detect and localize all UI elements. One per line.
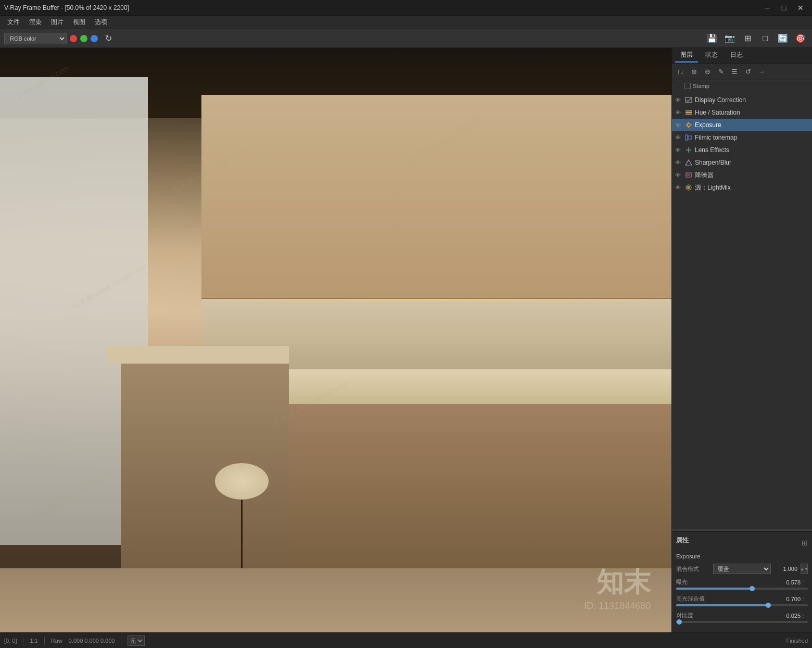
stamp-label: Stamp: [693, 83, 709, 89]
layer-denoise[interactable]: 👁 降噪器: [672, 169, 812, 181]
maximize-button[interactable]: □: [777, 3, 791, 13]
close-button[interactable]: ✕: [793, 3, 808, 13]
render-region-button[interactable]: 🔄: [776, 32, 790, 45]
redo-btn[interactable]: →: [755, 66, 768, 78]
layer-label-lightmix: 源：LightMix: [695, 183, 809, 192]
contrast-thumb[interactable]: [677, 619, 682, 625]
layer-eye-lightmix[interactable]: 👁: [675, 184, 682, 191]
clear-button[interactable]: □: [758, 32, 772, 45]
layer-eye-sharpen[interactable]: 👁: [675, 159, 682, 166]
menu-options[interactable]: 选项: [91, 16, 111, 28]
layer-lightmix[interactable]: 👁 源：LightMix: [672, 181, 812, 194]
layer-eye-exposure[interactable]: 👁: [675, 122, 682, 128]
status-divider-1: [23, 637, 23, 645]
contrast-value: 0.025: [777, 613, 801, 619]
properties-panel: 属性 ⊞ Exposure 混合模式 覆盖 1.000 ▲▼ 曝光 0.578: [672, 531, 812, 632]
red-channel-dot[interactable]: [70, 35, 77, 42]
layer-label-sharpen: Sharpen/Blur: [695, 159, 809, 166]
layer-eye-filmic[interactable]: 👁: [675, 134, 682, 141]
status-finished: Finished: [786, 638, 808, 644]
highlight-blend-value: 0.700: [777, 596, 801, 602]
properties-expand-btn[interactable]: ⊞: [802, 539, 808, 547]
exposure-spinner[interactable]: ⋮: [801, 579, 808, 585]
layer-sharpen-blur[interactable]: 👁 Sharpen/Blur: [672, 156, 812, 169]
layer-exposure[interactable]: 👁 Exposure: [672, 119, 812, 131]
blend-mode-value: 1.000: [774, 566, 797, 572]
save-corrected-button[interactable]: 📷: [722, 32, 737, 45]
status-zoom: 1:1: [30, 638, 37, 644]
layer-label-display-correction: Display Correction: [695, 96, 809, 104]
menu-render[interactable]: 渲染: [25, 16, 46, 28]
exposure-thumb[interactable]: [750, 586, 755, 591]
stool-legs: [241, 500, 243, 568]
status-divider-2: [44, 637, 45, 645]
kitchen-island-top: [107, 346, 288, 364]
layer-icon-exposure: [684, 121, 693, 129]
right-panel: 图层 状态 日志 ↑↓ ⊕ ⊖ ✎ ☰ ↺ → Stamp 👁: [671, 48, 812, 632]
tab-layers[interactable]: 图层: [675, 48, 698, 63]
render-button[interactable]: 🎯: [793, 32, 808, 45]
brand-watermark: 知末 ID: 1131844680: [584, 564, 651, 612]
remove-layer-btn[interactable]: ⊖: [701, 66, 714, 78]
save-button[interactable]: 💾: [705, 32, 719, 45]
green-channel-dot[interactable]: [80, 35, 87, 42]
exposure-track[interactable]: [676, 588, 808, 590]
contrast-track[interactable]: [676, 621, 808, 623]
kitchen-stool: [215, 463, 269, 568]
layer-label-filmic: Filmic tonemap: [695, 134, 809, 141]
layer-eye-display-correction[interactable]: 👁: [675, 97, 682, 103]
stamp-checkbox[interactable]: [684, 83, 691, 89]
status-divider-3: [121, 637, 121, 645]
layer-lens-effects[interactable]: 👁 Lens Effects: [672, 144, 812, 156]
svg-rect-9: [686, 135, 688, 140]
properties-section-name: Exposure: [676, 553, 808, 559]
highlight-blend-track[interactable]: [676, 604, 808, 606]
tab-log[interactable]: 日志: [725, 48, 748, 63]
edit-layer-btn[interactable]: ✎: [715, 66, 727, 78]
layer-filmic-tonemap[interactable]: 👁 Filmic tonemap: [672, 131, 812, 144]
layer-icon-lightmix: [684, 184, 693, 191]
add-layer-btn[interactable]: ⊕: [688, 66, 700, 78]
layer-icon-denoise: [684, 171, 693, 179]
layer-hue-saturation[interactable]: 👁 Hue / Saturation: [672, 106, 812, 119]
layers-list: 👁 Display Correction 👁 Hue / Saturation …: [672, 92, 812, 529]
properties-title: 属性: [676, 536, 689, 545]
menu-image[interactable]: 图片: [47, 16, 68, 28]
layer-eye-lens[interactable]: 👁: [675, 147, 682, 153]
blend-mode-select[interactable]: 覆盖: [713, 564, 771, 574]
move-layer-btn[interactable]: ↑↓: [674, 66, 687, 78]
minimize-button[interactable]: ─: [760, 3, 775, 13]
layer-eye-denoise[interactable]: 👁: [675, 172, 682, 178]
toolbar: RGB color ↻ 💾 📷 ⊞ □ 🔄 🎯: [0, 29, 812, 48]
layer-menu-btn[interactable]: ☰: [728, 66, 741, 78]
highlight-blend-slider-row: 高光混合值 0.700 ⋮: [676, 595, 808, 606]
menu-file[interactable]: 文件: [3, 16, 24, 28]
layer-icon-lens: [684, 146, 693, 154]
highlight-blend-spinner[interactable]: ⋮: [801, 596, 808, 602]
layer-label-denoise: 降噪器: [695, 171, 809, 180]
blue-channel-dot[interactable]: [91, 35, 98, 42]
menu-bar: 文件 渲染 图片 视图 选项: [0, 16, 812, 29]
kitchen-render-image: www.znzmo.com 知末网 www.znzmo.com 知末网 www.…: [0, 48, 671, 632]
stool-seat: [215, 463, 269, 500]
status-coords: [0, 0]: [4, 638, 17, 644]
layer-icon-sharpen: [684, 159, 693, 166]
undo-btn[interactable]: ↺: [742, 66, 754, 78]
select-region-button[interactable]: ⊞: [740, 32, 755, 45]
layer-eye-hue-saturation[interactable]: 👁: [675, 109, 682, 116]
blend-mode-row: 混合模式 覆盖 1.000 ▲▼: [676, 564, 808, 574]
menu-view[interactable]: 视图: [69, 16, 90, 28]
highlight-blend-thumb[interactable]: [766, 603, 771, 608]
svg-rect-15: [687, 174, 690, 176]
refresh-button[interactable]: ↻: [101, 32, 116, 45]
layer-label-hue-saturation: Hue / Saturation: [695, 109, 809, 116]
layer-icon-display-correction: [684, 96, 693, 104]
kitchen-accent-light: [201, 299, 671, 300]
contrast-spinner[interactable]: ⋮: [801, 613, 808, 618]
blend-mode-spinner[interactable]: ▲▼: [801, 564, 808, 574]
channel-select[interactable]: RGB color: [4, 33, 67, 44]
layer-icon-hue-saturation: [684, 109, 693, 116]
status-mode-select[interactable]: 无: [128, 635, 145, 646]
layer-display-correction[interactable]: 👁 Display Correction: [672, 94, 812, 106]
tab-status[interactable]: 状态: [700, 48, 723, 63]
